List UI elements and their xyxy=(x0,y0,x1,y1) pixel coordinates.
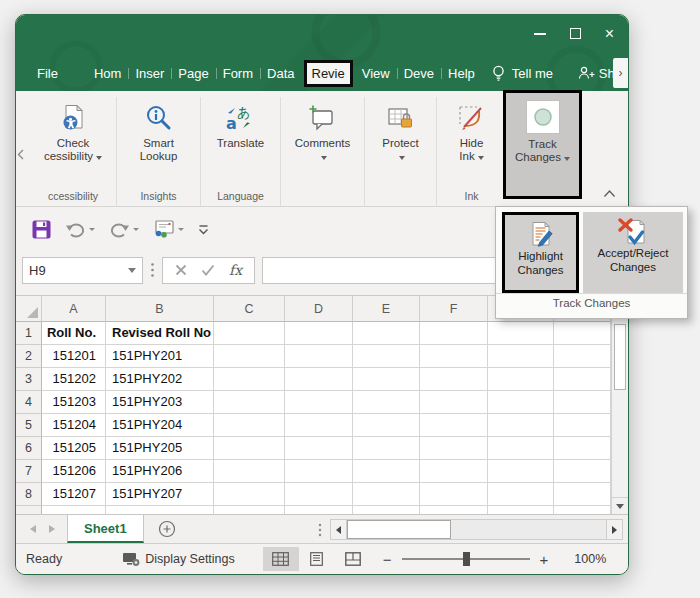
send-to-reviewers-button[interactable] xyxy=(149,220,188,238)
chevron-down-icon xyxy=(133,228,139,231)
lightbulb-icon xyxy=(492,65,505,82)
row-header[interactable]: 2 xyxy=(16,345,42,368)
column-header-d[interactable]: D xyxy=(285,296,353,322)
minimize-button[interactable] xyxy=(534,33,546,35)
accept-reject-changes-item[interactable]: Accept/Reject Changes xyxy=(583,212,683,293)
zoom-level[interactable]: 100% xyxy=(566,552,606,566)
table-row[interactable]: 1 Roll No. Revised Roll No xyxy=(16,322,611,345)
collapse-ribbon-button[interactable] xyxy=(603,189,616,198)
cell-grid[interactable]: A B C D E F G H 1 Roll No. Revised Roll … xyxy=(16,296,611,514)
page-break-preview-button[interactable] xyxy=(335,547,371,571)
scroll-right-button[interactable] xyxy=(606,519,623,540)
name-box-value: H9 xyxy=(29,263,46,278)
page-layout-view-button[interactable] xyxy=(299,547,335,571)
tell-me-box[interactable]: Tell me xyxy=(492,65,553,82)
ribbon: Check cessibility ccessibility Smart Loo… xyxy=(16,91,628,207)
row-header[interactable]: 6 xyxy=(16,437,42,460)
status-ready: Ready xyxy=(26,552,62,566)
row-header[interactable]: 8 xyxy=(16,483,42,506)
tab-insert[interactable]: Inser xyxy=(128,62,171,85)
check-accessibility-button[interactable]: Check cessibility xyxy=(40,99,106,166)
tab-file[interactable]: File xyxy=(30,62,65,85)
undo-button[interactable] xyxy=(61,221,99,238)
tab-developer[interactable]: Deve xyxy=(397,62,441,85)
vertical-scrollbar[interactable] xyxy=(611,296,628,514)
close-button[interactable]: × xyxy=(605,28,614,39)
highlight-changes-item-annotated[interactable]: Highlight Changes xyxy=(502,212,579,293)
select-all-corner[interactable] xyxy=(16,296,42,322)
formula-buttons: fx xyxy=(162,257,255,284)
customize-quick-access-button[interactable] xyxy=(194,224,213,235)
ribbon-scroll-left-icon[interactable] xyxy=(17,149,24,160)
scroll-left-button[interactable] xyxy=(330,519,347,540)
sheet-tab-sheet1[interactable]: Sheet1 xyxy=(67,515,144,543)
redo-button[interactable] xyxy=(105,221,143,238)
group-label-ink: Ink xyxy=(437,190,506,202)
table-row[interactable]: 6 151205 151PHY205 xyxy=(16,437,611,460)
tab-view[interactable]: View xyxy=(355,62,397,85)
new-sheet-button[interactable] xyxy=(158,520,176,538)
track-changes-button-annotated[interactable]: Track Changes xyxy=(503,90,582,199)
chevron-down-icon xyxy=(89,228,95,231)
insert-function-button[interactable]: fx xyxy=(229,262,242,278)
column-header-f[interactable]: F xyxy=(420,296,488,322)
save-button[interactable] xyxy=(28,220,55,239)
redo-icon xyxy=(109,221,130,238)
zoom-slider-thumb[interactable] xyxy=(463,552,470,566)
horizontal-scrollbar-thumb[interactable] xyxy=(347,520,451,539)
sheet-nav-right-icon[interactable] xyxy=(49,525,55,533)
zoom-in-button[interactable]: + xyxy=(540,551,549,568)
name-box-dropdown-icon[interactable] xyxy=(128,268,136,273)
row-header[interactable]: 1 xyxy=(16,322,42,345)
dropdown-group-label: Track Changes xyxy=(496,293,687,309)
zoom-slider[interactable] xyxy=(402,558,530,560)
translate-button[interactable]: あa Translate xyxy=(213,99,269,153)
comments-button[interactable]: Comments xyxy=(291,99,355,166)
status-bar: Ready Display Settings − + 100% xyxy=(16,543,628,574)
sheet-tab-bar: Sheet1 xyxy=(16,514,628,543)
normal-view-button[interactable] xyxy=(263,547,299,571)
splitter-dots-icon[interactable] xyxy=(318,523,322,537)
tab-review-highlighted[interactable]: Revie xyxy=(304,60,353,87)
track-changes-icon xyxy=(526,100,560,134)
table-row[interactable]: 4 151203 151PHY203 xyxy=(16,391,611,414)
column-header-b[interactable]: B xyxy=(106,296,214,322)
column-header-c[interactable]: C xyxy=(214,296,285,322)
zoom-out-button[interactable]: − xyxy=(383,551,392,568)
table-row[interactable]: 3 151202 151PHY202 xyxy=(16,368,611,391)
row-header[interactable]: 7 xyxy=(16,460,42,483)
column-header-e[interactable]: E xyxy=(353,296,420,322)
table-row[interactable]: 7 151206 151PHY206 xyxy=(16,460,611,483)
smart-lookup-icon xyxy=(144,102,172,134)
row-header[interactable]: 3 xyxy=(16,368,42,391)
tab-help[interactable]: Help xyxy=(441,62,482,85)
horizontal-scrollbar[interactable] xyxy=(318,519,623,540)
sheet-nav-left-icon[interactable] xyxy=(30,525,36,533)
drag-handle-dots-icon[interactable] xyxy=(150,262,155,278)
row-header[interactable]: 4 xyxy=(16,391,42,414)
enter-check-icon[interactable] xyxy=(201,264,215,276)
tab-data[interactable]: Data xyxy=(260,62,301,85)
table-row[interactable]: 8 151207 151PHY207 xyxy=(16,483,611,506)
scroll-down-button[interactable] xyxy=(612,497,628,514)
group-accessibility: Check cessibility ccessibility xyxy=(30,97,116,206)
smart-lookup-button[interactable]: Smart Lookup xyxy=(136,99,182,166)
hide-ink-button[interactable]: Hide Ink xyxy=(453,99,491,166)
display-settings-button[interactable]: Display Settings xyxy=(122,552,235,567)
chevron-down-icon xyxy=(321,156,327,160)
table-row[interactable]: 5 151204 151PHY204 xyxy=(16,414,611,437)
chevron-down-icon xyxy=(178,228,184,231)
table-row[interactable]: 2 151201 151PHY201 xyxy=(16,345,611,368)
column-header-a[interactable]: A xyxy=(42,296,106,322)
tab-formulas[interactable]: Form xyxy=(216,62,260,85)
spreadsheet: A B C D E F G H 1 Roll No. Revised Roll … xyxy=(16,295,628,514)
name-box[interactable]: H9 xyxy=(22,257,143,284)
ribbon-overflow-button[interactable]: › xyxy=(613,58,628,88)
cancel-icon[interactable] xyxy=(175,264,187,276)
row-header[interactable]: 5 xyxy=(16,414,42,437)
tab-home[interactable]: Hom xyxy=(87,62,128,85)
maximize-button[interactable] xyxy=(570,28,581,39)
protect-button[interactable]: Protect xyxy=(378,99,422,166)
vertical-scrollbar-thumb[interactable] xyxy=(614,324,626,390)
tab-page-layout[interactable]: Page xyxy=(171,62,215,85)
